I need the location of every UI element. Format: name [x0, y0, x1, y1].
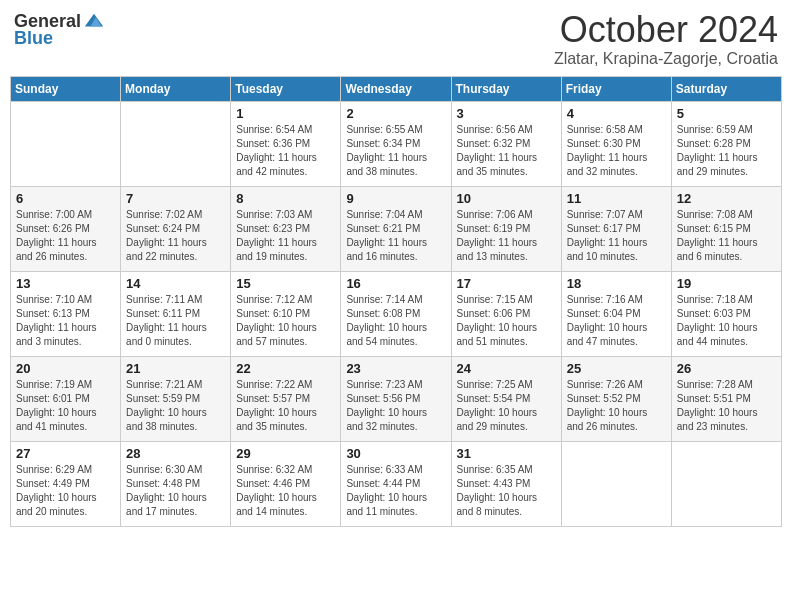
calendar-cell: 16 Sunrise: 7:14 AMSunset: 6:08 PMDaylig… [341, 271, 451, 356]
day-info: Sunrise: 7:11 AMSunset: 6:11 PMDaylight:… [126, 293, 225, 349]
day-info: Sunrise: 6:55 AMSunset: 6:34 PMDaylight:… [346, 123, 445, 179]
day-number: 22 [236, 361, 335, 376]
calendar-cell: 29 Sunrise: 6:32 AMSunset: 4:46 PMDaylig… [231, 441, 341, 526]
calendar-cell: 28 Sunrise: 6:30 AMSunset: 4:48 PMDaylig… [121, 441, 231, 526]
day-info: Sunrise: 7:07 AMSunset: 6:17 PMDaylight:… [567, 208, 666, 264]
day-number: 29 [236, 446, 335, 461]
day-number: 31 [457, 446, 556, 461]
day-number: 3 [457, 106, 556, 121]
day-info: Sunrise: 6:56 AMSunset: 6:32 PMDaylight:… [457, 123, 556, 179]
calendar-cell: 11 Sunrise: 7:07 AMSunset: 6:17 PMDaylig… [561, 186, 671, 271]
day-info: Sunrise: 7:28 AMSunset: 5:51 PMDaylight:… [677, 378, 776, 434]
calendar-cell: 27 Sunrise: 6:29 AMSunset: 4:49 PMDaylig… [11, 441, 121, 526]
calendar-cell: 31 Sunrise: 6:35 AMSunset: 4:43 PMDaylig… [451, 441, 561, 526]
calendar-cell: 6 Sunrise: 7:00 AMSunset: 6:26 PMDayligh… [11, 186, 121, 271]
calendar-cell: 20 Sunrise: 7:19 AMSunset: 6:01 PMDaylig… [11, 356, 121, 441]
calendar-cell [671, 441, 781, 526]
calendar-cell: 10 Sunrise: 7:06 AMSunset: 6:19 PMDaylig… [451, 186, 561, 271]
day-number: 14 [126, 276, 225, 291]
day-number: 11 [567, 191, 666, 206]
day-info: Sunrise: 7:03 AMSunset: 6:23 PMDaylight:… [236, 208, 335, 264]
calendar-cell: 23 Sunrise: 7:23 AMSunset: 5:56 PMDaylig… [341, 356, 451, 441]
calendar-cell [121, 101, 231, 186]
day-number: 20 [16, 361, 115, 376]
day-number: 30 [346, 446, 445, 461]
calendar-cell: 15 Sunrise: 7:12 AMSunset: 6:10 PMDaylig… [231, 271, 341, 356]
calendar-cell: 17 Sunrise: 7:15 AMSunset: 6:06 PMDaylig… [451, 271, 561, 356]
day-number: 26 [677, 361, 776, 376]
calendar-cell: 4 Sunrise: 6:58 AMSunset: 6:30 PMDayligh… [561, 101, 671, 186]
logo-blue-text: Blue [14, 28, 53, 49]
day-info: Sunrise: 7:06 AMSunset: 6:19 PMDaylight:… [457, 208, 556, 264]
day-number: 13 [16, 276, 115, 291]
day-info: Sunrise: 6:30 AMSunset: 4:48 PMDaylight:… [126, 463, 225, 519]
day-number: 16 [346, 276, 445, 291]
calendar-cell: 18 Sunrise: 7:16 AMSunset: 6:04 PMDaylig… [561, 271, 671, 356]
calendar-header-row: SundayMondayTuesdayWednesdayThursdayFrid… [11, 76, 782, 101]
day-info: Sunrise: 6:29 AMSunset: 4:49 PMDaylight:… [16, 463, 115, 519]
calendar-cell: 21 Sunrise: 7:21 AMSunset: 5:59 PMDaylig… [121, 356, 231, 441]
column-header-thursday: Thursday [451, 76, 561, 101]
day-number: 4 [567, 106, 666, 121]
day-info: Sunrise: 7:23 AMSunset: 5:56 PMDaylight:… [346, 378, 445, 434]
day-info: Sunrise: 7:14 AMSunset: 6:08 PMDaylight:… [346, 293, 445, 349]
calendar-cell: 25 Sunrise: 7:26 AMSunset: 5:52 PMDaylig… [561, 356, 671, 441]
calendar-cell: 2 Sunrise: 6:55 AMSunset: 6:34 PMDayligh… [341, 101, 451, 186]
day-number: 15 [236, 276, 335, 291]
day-info: Sunrise: 7:18 AMSunset: 6:03 PMDaylight:… [677, 293, 776, 349]
day-number: 9 [346, 191, 445, 206]
logo: General Blue [14, 10, 105, 49]
calendar-week-row: 13 Sunrise: 7:10 AMSunset: 6:13 PMDaylig… [11, 271, 782, 356]
calendar-cell: 12 Sunrise: 7:08 AMSunset: 6:15 PMDaylig… [671, 186, 781, 271]
day-number: 5 [677, 106, 776, 121]
calendar-week-row: 27 Sunrise: 6:29 AMSunset: 4:49 PMDaylig… [11, 441, 782, 526]
day-number: 23 [346, 361, 445, 376]
calendar-table: SundayMondayTuesdayWednesdayThursdayFrid… [10, 76, 782, 527]
day-info: Sunrise: 7:04 AMSunset: 6:21 PMDaylight:… [346, 208, 445, 264]
day-number: 10 [457, 191, 556, 206]
calendar-cell: 13 Sunrise: 7:10 AMSunset: 6:13 PMDaylig… [11, 271, 121, 356]
page-header: General Blue October 2024 Zlatar, Krapin… [10, 10, 782, 68]
location-title: Zlatar, Krapina-Zagorje, Croatia [554, 50, 778, 68]
day-number: 25 [567, 361, 666, 376]
calendar-cell: 22 Sunrise: 7:22 AMSunset: 5:57 PMDaylig… [231, 356, 341, 441]
day-info: Sunrise: 7:08 AMSunset: 6:15 PMDaylight:… [677, 208, 776, 264]
day-info: Sunrise: 7:12 AMSunset: 6:10 PMDaylight:… [236, 293, 335, 349]
column-header-sunday: Sunday [11, 76, 121, 101]
calendar-cell: 30 Sunrise: 6:33 AMSunset: 4:44 PMDaylig… [341, 441, 451, 526]
day-number: 2 [346, 106, 445, 121]
day-number: 27 [16, 446, 115, 461]
calendar-cell [11, 101, 121, 186]
day-info: Sunrise: 6:54 AMSunset: 6:36 PMDaylight:… [236, 123, 335, 179]
day-info: Sunrise: 7:19 AMSunset: 6:01 PMDaylight:… [16, 378, 115, 434]
day-info: Sunrise: 7:16 AMSunset: 6:04 PMDaylight:… [567, 293, 666, 349]
day-number: 7 [126, 191, 225, 206]
calendar-cell: 9 Sunrise: 7:04 AMSunset: 6:21 PMDayligh… [341, 186, 451, 271]
column-header-friday: Friday [561, 76, 671, 101]
day-info: Sunrise: 6:35 AMSunset: 4:43 PMDaylight:… [457, 463, 556, 519]
month-title: October 2024 [554, 10, 778, 50]
day-number: 24 [457, 361, 556, 376]
calendar-cell: 19 Sunrise: 7:18 AMSunset: 6:03 PMDaylig… [671, 271, 781, 356]
calendar-cell: 26 Sunrise: 7:28 AMSunset: 5:51 PMDaylig… [671, 356, 781, 441]
day-number: 1 [236, 106, 335, 121]
calendar-week-row: 20 Sunrise: 7:19 AMSunset: 6:01 PMDaylig… [11, 356, 782, 441]
logo-icon [83, 10, 105, 32]
day-info: Sunrise: 7:26 AMSunset: 5:52 PMDaylight:… [567, 378, 666, 434]
day-info: Sunrise: 7:22 AMSunset: 5:57 PMDaylight:… [236, 378, 335, 434]
calendar-week-row: 6 Sunrise: 7:00 AMSunset: 6:26 PMDayligh… [11, 186, 782, 271]
title-block: October 2024 Zlatar, Krapina-Zagorje, Cr… [554, 10, 778, 68]
day-info: Sunrise: 7:15 AMSunset: 6:06 PMDaylight:… [457, 293, 556, 349]
day-info: Sunrise: 7:00 AMSunset: 6:26 PMDaylight:… [16, 208, 115, 264]
day-info: Sunrise: 6:58 AMSunset: 6:30 PMDaylight:… [567, 123, 666, 179]
day-info: Sunrise: 7:21 AMSunset: 5:59 PMDaylight:… [126, 378, 225, 434]
day-number: 17 [457, 276, 556, 291]
day-info: Sunrise: 7:10 AMSunset: 6:13 PMDaylight:… [16, 293, 115, 349]
day-number: 8 [236, 191, 335, 206]
calendar-cell: 3 Sunrise: 6:56 AMSunset: 6:32 PMDayligh… [451, 101, 561, 186]
column-header-wednesday: Wednesday [341, 76, 451, 101]
calendar-cell: 7 Sunrise: 7:02 AMSunset: 6:24 PMDayligh… [121, 186, 231, 271]
calendar-cell: 14 Sunrise: 7:11 AMSunset: 6:11 PMDaylig… [121, 271, 231, 356]
calendar-cell: 1 Sunrise: 6:54 AMSunset: 6:36 PMDayligh… [231, 101, 341, 186]
column-header-tuesday: Tuesday [231, 76, 341, 101]
